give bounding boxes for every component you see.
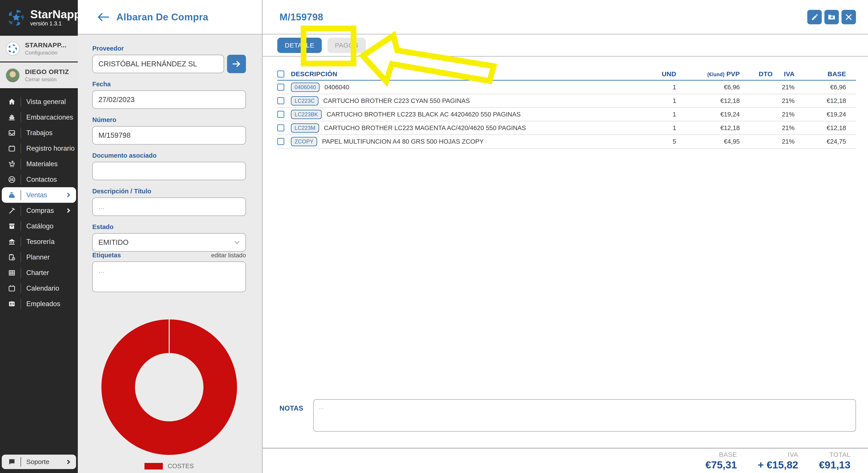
cell-iva: 21% (773, 83, 795, 91)
user-row[interactable]: DIEGO ORTIZ Cerrar sesión (0, 62, 78, 89)
header-pvp-main: PVP (726, 70, 740, 77)
total-iva: IVA + €15,82 (758, 451, 798, 471)
back-arrow-icon[interactable] (97, 13, 110, 22)
move-to-folder-button[interactable] (825, 10, 839, 24)
row-checkbox[interactable] (277, 124, 284, 131)
support-button[interactable]: Soporte (2, 454, 76, 469)
select-all-checkbox[interactable] (277, 70, 284, 77)
account-text: STARNAPP... Configuración (25, 41, 66, 56)
row-checkbox[interactable] (277, 111, 284, 118)
sidebar-item-planner[interactable]: Planner (2, 249, 76, 265)
legend-swatch-costes (145, 463, 163, 470)
estado-select[interactable]: EMITIDO (92, 233, 246, 251)
detail-header: Albaran De Compra (78, 0, 262, 34)
row-checkbox[interactable] (277, 83, 284, 91)
header-pvp: (€/und) PVP (676, 70, 740, 78)
proveedor-go-button[interactable] (227, 55, 246, 73)
etiquetas-label: Etiquetas (92, 251, 121, 259)
cart-plus-icon (7, 160, 16, 168)
pickaxe-icon (7, 206, 16, 215)
cell-pvp: €12,18 (676, 97, 740, 104)
descripcion-input[interactable] (92, 198, 246, 216)
sidebar-item-charter[interactable]: Charter (2, 265, 76, 280)
app-name: StarNapp (30, 8, 81, 20)
total-total: TOTAL €91,13 (819, 451, 850, 471)
sidebar-item-embarcaciones[interactable]: Embarcaciones (2, 109, 76, 125)
brand-text: StarNapp versión 1.3.1 (30, 8, 81, 27)
legend-label-costes: COSTES (168, 463, 194, 470)
cell-pvp: €19,24 (676, 111, 740, 118)
cell-iva: 21% (773, 138, 795, 145)
product-code-badge[interactable]: LC223BK (291, 110, 322, 119)
sidebar-item-vista-general[interactable]: Vista general (2, 94, 76, 109)
documento-asociado-input[interactable] (92, 162, 246, 180)
sidebar-item-tesoreria[interactable]: Tesorería (2, 234, 76, 249)
home-icon (7, 97, 16, 106)
starnapp-logo-icon (6, 7, 26, 28)
proveedor-input[interactable] (92, 55, 224, 73)
items-table: DESCRIPCIÓN UND (€/und) PVP DTO IVA BASE… (277, 57, 856, 148)
id-badge-icon (7, 300, 16, 308)
close-button[interactable] (841, 10, 856, 24)
cell-und: 5 (650, 138, 676, 145)
notas-textarea[interactable] (313, 399, 856, 432)
document-title: M/159798 (279, 11, 323, 23)
sidebar-item-compras[interactable]: Compras (2, 203, 76, 218)
table-body: 0406040 0406040 1 €6,96 21% €6,96 LC223C… (277, 80, 856, 148)
document-tabs: DETALLE PAGOS (262, 34, 868, 57)
edit-button[interactable] (807, 10, 822, 24)
logout-link[interactable]: Cerrar sesión (25, 76, 69, 82)
product-code-badge[interactable]: ZCOPY (291, 137, 317, 146)
cell-iva: 21% (773, 124, 795, 132)
cell-und: 1 (650, 111, 676, 118)
fecha-input[interactable] (92, 91, 246, 109)
tab-pagos[interactable]: PAGOS (328, 38, 366, 53)
total-total-label: TOTAL (819, 451, 850, 458)
editar-listado-link[interactable]: editar listado (211, 252, 246, 259)
numero-input[interactable] (92, 126, 246, 144)
cell-pvp: €6,96 (676, 83, 740, 91)
support-label: Soporte (26, 458, 49, 466)
donut-svg (99, 317, 239, 457)
sidebar-item-calendario[interactable]: Calendario (2, 280, 76, 296)
cell-pvp: €4,95 (676, 138, 740, 145)
total-base-value: €75,31 (705, 459, 737, 471)
cash-register-icon (7, 191, 16, 200)
totals-footer: BASE €75,31 IVA + €15,82 TOTAL €91,13 (262, 448, 868, 473)
sidebar-item-materiales[interactable]: Materiales (2, 156, 76, 172)
tab-detalle[interactable]: DETALLE (277, 38, 322, 53)
account-name: STARNAPP... (25, 41, 66, 49)
descripcion-label: Descripción / Título (92, 188, 246, 195)
sidebar-item-registro-horario[interactable]: Registro horario (2, 141, 76, 156)
notas-label: NOTAS (279, 404, 306, 432)
account-config-link[interactable]: Configuración (25, 50, 66, 56)
user-section: STARNAPP... Configuración DIEGO ORTIZ Ce… (0, 35, 78, 89)
total-base-label: BASE (705, 451, 737, 458)
product-code-badge[interactable]: LC223C (291, 96, 318, 106)
estado-value: EMITIDO (98, 238, 129, 246)
grid-icon (7, 268, 16, 277)
chevron-right-icon (66, 208, 70, 213)
table-row: LC223C CARTUCHO BROTHER C223 CYAN 550 PA… (277, 94, 856, 108)
ship-icon (7, 113, 16, 122)
header-pvp-unit: (€/und) (707, 72, 725, 77)
chat-icon (7, 458, 16, 466)
account-avatar (6, 42, 20, 56)
row-checkbox[interactable] (277, 97, 284, 104)
sidebar-item-contactos[interactable]: Contactos (2, 172, 76, 187)
etiquetas-textarea[interactable] (92, 262, 246, 292)
app-screen: StarNapp versión 1.3.1 STARNAPP... (0, 0, 868, 473)
cell-base: €19,24 (795, 111, 846, 118)
product-code-badge[interactable]: 0406040 (291, 82, 319, 92)
sidebar-item-ventas[interactable]: Ventas (2, 187, 76, 203)
proveedor-label: Proveedor (92, 45, 246, 52)
row-checkbox[interactable] (277, 138, 284, 145)
product-code-badge[interactable]: LC223M (291, 123, 319, 133)
sidebar-item-trabajos[interactable]: Trabajos (2, 125, 76, 141)
sidebar-item-catalogo[interactable]: Catálogo (2, 218, 76, 234)
user-text: DIEGO ORTIZ Cerrar sesión (25, 68, 69, 82)
sidebar-item-empleados[interactable]: Empleados (2, 296, 76, 312)
account-row[interactable]: STARNAPP... Configuración (0, 36, 78, 62)
cell-base: €12,18 (795, 97, 846, 104)
detail-form: Proveedor Fecha Número Documento asociad… (78, 34, 262, 470)
